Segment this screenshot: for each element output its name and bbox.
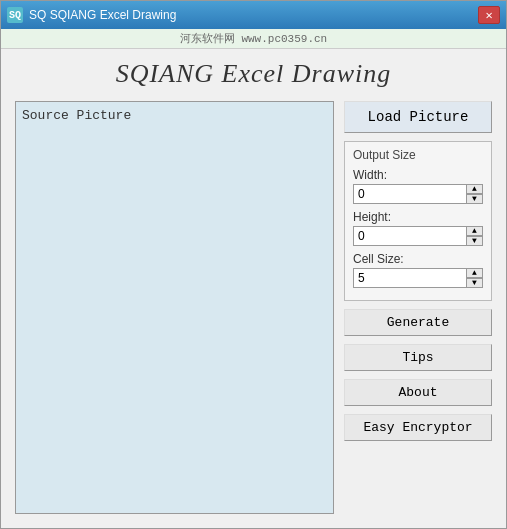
content-area: SQIANG Excel Drawing Source Picture Load… xyxy=(1,49,506,528)
width-spinner: ▲ ▼ xyxy=(353,184,483,204)
width-down-button[interactable]: ▼ xyxy=(466,194,483,204)
width-label: Width: xyxy=(353,168,483,182)
cell-size-field-group: Cell Size: ▲ ▼ xyxy=(353,252,483,288)
main-area: Source Picture Load Picture Output Size … xyxy=(15,101,492,514)
app-icon: SQ xyxy=(7,7,23,23)
generate-button[interactable]: Generate xyxy=(344,309,492,336)
width-input[interactable] xyxy=(353,184,467,204)
controls-panel: Load Picture Output Size Width: ▲ ▼ xyxy=(344,101,492,514)
watermark-text: 河东软件网 www.pc0359.cn xyxy=(180,33,327,45)
cell-size-label: Cell Size: xyxy=(353,252,483,266)
main-window: SQ SQ SQIANG Excel Drawing ✕ 河东软件网 www.p… xyxy=(0,0,507,529)
source-picture-label: Source Picture xyxy=(22,108,327,123)
title-bar-text: SQ SQIANG Excel Drawing xyxy=(29,8,472,22)
height-down-button[interactable]: ▼ xyxy=(466,236,483,246)
output-size-label: Output Size xyxy=(353,148,483,162)
cell-size-input[interactable] xyxy=(353,268,467,288)
cell-size-spinner: ▲ ▼ xyxy=(353,268,483,288)
cell-size-spinner-buttons: ▲ ▼ xyxy=(467,268,483,288)
tips-button[interactable]: Tips xyxy=(344,344,492,371)
output-size-group: Output Size Width: ▲ ▼ Height: xyxy=(344,141,492,301)
width-field-group: Width: ▲ ▼ xyxy=(353,168,483,204)
about-button[interactable]: About xyxy=(344,379,492,406)
height-spinner: ▲ ▼ xyxy=(353,226,483,246)
height-field-group: Height: ▲ ▼ xyxy=(353,210,483,246)
app-title: SQIANG Excel Drawing xyxy=(15,59,492,89)
picture-panel: Source Picture xyxy=(15,101,334,514)
close-button[interactable]: ✕ xyxy=(478,6,500,24)
watermark-bar: 河东软件网 www.pc0359.cn xyxy=(1,29,506,49)
load-picture-button[interactable]: Load Picture xyxy=(344,101,492,133)
height-spinner-buttons: ▲ ▼ xyxy=(467,226,483,246)
height-label: Height: xyxy=(353,210,483,224)
cell-size-down-button[interactable]: ▼ xyxy=(466,278,483,288)
cell-size-up-button[interactable]: ▲ xyxy=(466,268,483,278)
easy-encryptor-button[interactable]: Easy Encryptor xyxy=(344,414,492,441)
height-up-button[interactable]: ▲ xyxy=(466,226,483,236)
height-input[interactable] xyxy=(353,226,467,246)
width-spinner-buttons: ▲ ▼ xyxy=(467,184,483,204)
title-bar: SQ SQ SQIANG Excel Drawing ✕ xyxy=(1,1,506,29)
title-bar-buttons: ✕ xyxy=(478,6,500,24)
width-up-button[interactable]: ▲ xyxy=(466,184,483,194)
